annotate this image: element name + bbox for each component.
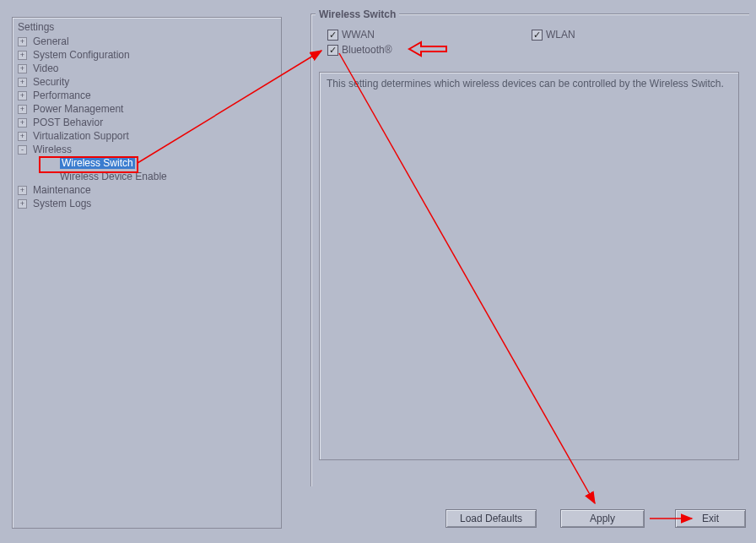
sidebar-title: Settings — [18, 21, 276, 33]
tree-item-general[interactable]: + General — [18, 35, 276, 48]
tree-label: Virtualization Support — [33, 130, 129, 142]
tree-item-virtualization-support[interactable]: + Virtualization Support — [18, 129, 276, 143]
checkbox-row-wwan: ✓ WWAN — [327, 29, 375, 41]
checkbox-label: WWAN — [342, 29, 375, 41]
checkbox-wwan[interactable]: ✓ — [327, 30, 338, 41]
tree-label: Wireless Switch — [60, 157, 135, 169]
tree-label: Security — [33, 76, 69, 88]
expander-icon[interactable]: + — [18, 51, 27, 60]
tree-label: System Logs — [33, 198, 91, 209]
checkbox-label: Bluetooth® — [342, 44, 392, 56]
tree-label: Performance — [33, 90, 91, 101]
tree-item-security[interactable]: + Security — [18, 75, 276, 89]
tree-item-maintenance[interactable]: + Maintenance — [18, 183, 276, 197]
checkbox-row-bluetooth: ✓ Bluetooth® — [327, 44, 392, 56]
expander-icon[interactable]: + — [18, 37, 27, 46]
exit-button[interactable]: Exit — [675, 509, 746, 528]
tree-item-video[interactable]: + Video — [18, 62, 276, 75]
settings-sidebar: Settings + General + System Configuratio… — [12, 17, 282, 529]
expander-icon[interactable]: + — [18, 199, 27, 209]
tree-item-post-behavior[interactable]: + POST Behavior — [18, 116, 276, 129]
expander-icon[interactable]: + — [18, 91, 27, 100]
expander-icon[interactable]: + — [18, 186, 27, 195]
tree-label: Maintenance — [33, 184, 91, 196]
expander-icon[interactable]: + — [18, 64, 27, 73]
tree-item-power-management[interactable]: + Power Management — [18, 102, 276, 116]
checkbox-row-wlan: ✓ WLAN — [532, 29, 575, 41]
tree-label: Video — [33, 62, 58, 74]
expander-icon[interactable]: - — [18, 145, 27, 155]
tree-item-wireless[interactable]: - Wireless Wireless Switch Wireless Devi… — [18, 143, 276, 183]
tree-label: System Configuration — [33, 49, 130, 61]
expander-icon[interactable]: + — [18, 132, 27, 141]
checkbox-bluetooth[interactable]: ✓ — [327, 45, 338, 56]
expander-icon[interactable]: + — [18, 78, 27, 87]
settings-tree: + General + System Configuration + Video… — [18, 35, 276, 210]
expander-icon[interactable]: + — [18, 105, 27, 114]
panel-title: Wireless Switch — [316, 8, 399, 20]
tree-item-wireless-switch[interactable]: Wireless Switch — [33, 156, 276, 170]
tree-label: POST Behavior — [33, 117, 103, 128]
tree-item-performance[interactable]: + Performance — [18, 89, 276, 102]
tree-label: General — [33, 35, 69, 47]
tree-label: Wireless — [33, 144, 72, 155]
tree-label: Power Management — [33, 103, 123, 115]
tree-item-wireless-device-enable[interactable]: Wireless Device Enable — [33, 170, 276, 183]
description-text: This setting determines which wireless d… — [327, 78, 724, 90]
tree-label: Wireless Device Enable — [60, 171, 167, 182]
description-box: This setting determines which wireless d… — [319, 72, 739, 460]
checkbox-wlan[interactable]: ✓ — [532, 30, 543, 41]
checkbox-label: WLAN — [546, 29, 575, 41]
expander-icon[interactable]: + — [18, 118, 27, 128]
tree-item-system-logs[interactable]: + System Logs — [18, 197, 276, 210]
tree-item-system-configuration[interactable]: + System Configuration — [18, 48, 276, 62]
load-defaults-button[interactable]: Load Defaults — [446, 509, 537, 528]
apply-button[interactable]: Apply — [560, 509, 645, 528]
